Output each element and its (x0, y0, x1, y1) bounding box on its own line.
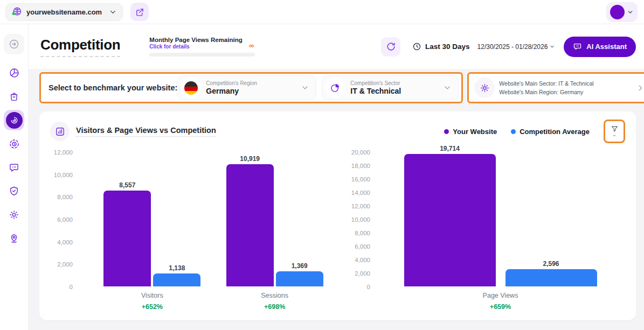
quota-block: Monthly Page Views Remaining Click for d… (149, 37, 255, 57)
chart-page-views: 20,00018,00016,00014,00012,00010,0008,00… (349, 152, 625, 311)
chat-bubble-icon (9, 162, 19, 173)
y-axis-tick: 10,000 (54, 172, 73, 178)
y-axis-tick: 18,000 (351, 163, 370, 169)
chevron-down-icon (549, 44, 555, 50)
bar-sessions-your-website[interactable] (226, 164, 274, 287)
website-name: yourwebsitename.com (26, 8, 105, 16)
chart-title: Visitors & Page Views vs Competition (76, 126, 216, 137)
refresh-button[interactable] (381, 37, 400, 57)
quota-details-link[interactable]: Click for details (149, 44, 255, 50)
sidebar-item-goals[interactable] (4, 134, 24, 154)
chat-icon (573, 42, 582, 51)
chevron-right-icon (636, 83, 644, 93)
y-axis-tick: 6,000 (57, 216, 73, 223)
y-axis-tick: 8,000 (57, 194, 73, 200)
y-axis-tick: 16,000 (351, 176, 370, 182)
pie-chart-icon (9, 67, 20, 79)
topbar: yourwebsitename.com (0, 0, 644, 24)
benchmark-selectors-panel: Select to benchmark your website: Compet… (39, 72, 463, 103)
bar-visitors-your-website[interactable] (103, 191, 151, 286)
y-axis-tick: 6,000 (355, 243, 370, 250)
bar-groups: 19,7142,596Page Views+659% (376, 152, 625, 311)
page-title: Competition (40, 37, 120, 57)
sidebar (0, 24, 29, 330)
bar-chart-icon (50, 122, 70, 141)
chart-card: Visitors & Page Views vs Competition You… (39, 111, 636, 320)
refresh-icon (386, 41, 396, 52)
chevron-down-icon (612, 134, 617, 138)
bar-value-label: 8,557 (119, 181, 135, 189)
sector-dropdown[interactable]: Competition's Sector IT & Technical (322, 75, 459, 100)
content: Select to benchmark your website: Compet… (29, 69, 644, 330)
sidebar-item-settings[interactable] (4, 205, 24, 225)
ai-assistant-button[interactable]: AI Assistant (564, 37, 636, 57)
website-settings-panel[interactable]: Website's Main Sector: IT & Technical We… (467, 72, 644, 103)
bar-value-label: 2,596 (543, 260, 559, 268)
avatar (610, 5, 625, 19)
region-dropdown[interactable]: Competition's Region Germany (177, 75, 316, 100)
sidebar-item-competition[interactable] (4, 110, 24, 130)
y-axis-tick: 2,000 (57, 261, 73, 268)
external-link-button[interactable] (130, 3, 149, 21)
bar-value-label: 10,919 (240, 155, 260, 163)
quota-progress-bar (149, 53, 255, 57)
website-main-sector: Website's Main Sector: IT & Technical (499, 79, 593, 88)
benchmark-prompt: Select to benchmark your website: (49, 83, 177, 92)
clock-icon (412, 42, 421, 51)
sidebar-item-dashboard[interactable] (4, 62, 24, 83)
benchmark-row: Select to benchmark your website: Compet… (39, 72, 636, 103)
bar-visitors-competition-average[interactable] (153, 273, 200, 286)
bar-group-visitors: 8,5571,138Visitors+652% (103, 152, 200, 311)
website-main-region: Website's Main Region: Germany (499, 88, 593, 96)
chevron-down-icon (627, 9, 634, 16)
infinity-icon: ∞ (249, 41, 254, 50)
sidebar-item-location[interactable] (4, 228, 24, 249)
y-axis-tick: 0 (70, 284, 73, 290)
sector-value: IT & Technical (350, 87, 401, 95)
gear-icon (9, 209, 19, 220)
date-range-selector[interactable]: 12/30/2025 - 01/28/2026 (477, 43, 556, 51)
chevron-down-icon (301, 83, 309, 92)
chevron-down-icon (443, 83, 452, 92)
y-axis-tick: 2,000 (355, 270, 370, 277)
category-label: Sessions (261, 292, 288, 299)
period-selector[interactable]: Last 30 Days (412, 42, 470, 51)
y-axis-tick: 4,000 (57, 239, 73, 245)
chart-visitors-sessions: 12,00010,0008,0006,0004,0002,0000 8,5571… (51, 152, 349, 311)
bar-value-label: 19,714 (440, 145, 460, 152)
y-axis-tick: 12,000 (351, 203, 370, 209)
shopping-bag-icon (9, 91, 19, 102)
legend-dot-blue (511, 129, 516, 134)
bar-groups: 8,5571,138Visitors+652%10,9191,369Sessio… (78, 152, 349, 311)
website-selector[interactable]: yourwebsitename.com (5, 3, 123, 21)
bar-page-views-competition-average[interactable] (505, 269, 597, 287)
growth-percentage: +652% (142, 303, 163, 311)
chart-card-header: Visitors & Page Views vs Competition You… (50, 120, 625, 143)
bar-page-views-your-website[interactable] (404, 154, 496, 286)
sidebar-item-security[interactable] (4, 181, 24, 201)
region-label: Competition's Region (206, 80, 257, 86)
filter-funnel-icon (611, 125, 619, 133)
bar-sessions-competition-average[interactable] (276, 271, 323, 287)
bar-group-sessions: 10,9191,369Sessions+698% (226, 152, 323, 311)
sidebar-collapse-button[interactable] (4, 34, 24, 54)
legend-dot-purple (444, 129, 449, 134)
y-axis-tick: 10,000 (351, 216, 370, 223)
y-axis-tick: 0 (367, 284, 370, 290)
y-axis-tick: 14,000 (351, 189, 370, 196)
growth-percentage: +698% (264, 303, 285, 311)
y-axis-tick: 4,000 (355, 257, 370, 263)
sidebar-item-feedback[interactable] (4, 157, 24, 178)
y-axis-tick: 20,000 (351, 149, 370, 156)
chart-filter-button[interactable] (604, 120, 625, 143)
sector-label: Competition's Sector (350, 80, 401, 86)
chevron-down-icon (109, 8, 117, 16)
ai-assistant-label: AI Assistant (586, 43, 627, 51)
chart-legend: Your Website Competition Average (444, 128, 590, 136)
bar-group-page-views: 19,7142,596Page Views+659% (404, 152, 597, 311)
sidebar-item-ecommerce[interactable] (4, 86, 24, 107)
date-range-value: 12/30/2025 - 01/28/2026 (477, 43, 548, 51)
account-menu[interactable] (606, 2, 638, 22)
page-header: Competition Monthly Page Views Remaining… (29, 24, 644, 69)
y-axis-tick: 8,000 (355, 230, 370, 236)
